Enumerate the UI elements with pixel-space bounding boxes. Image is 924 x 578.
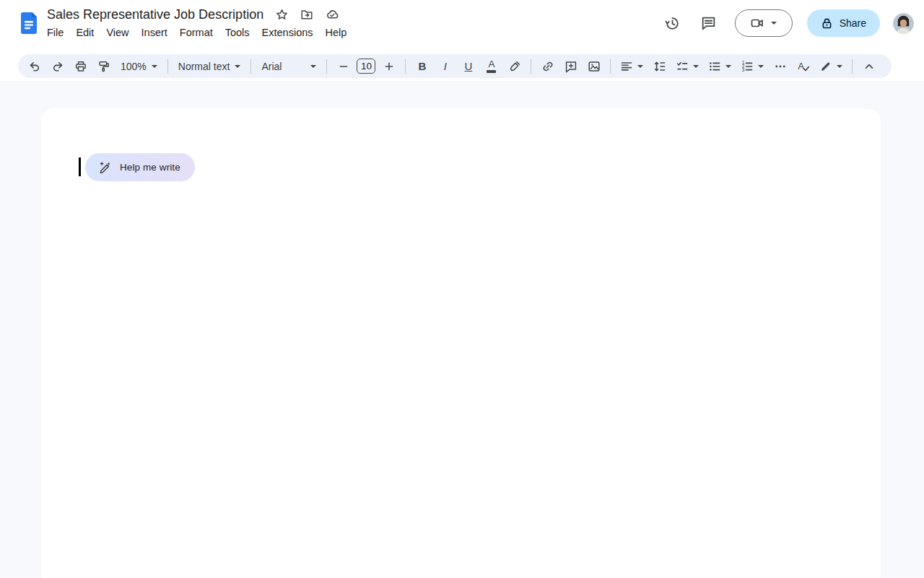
menu-edit[interactable]: Edit	[76, 25, 94, 40]
undo-button[interactable]	[25, 57, 44, 76]
redo-icon	[51, 60, 64, 73]
paragraph-style-select[interactable]: Normal text	[175, 57, 245, 76]
print-button[interactable]	[71, 57, 90, 76]
avatar[interactable]	[893, 13, 914, 34]
topbar: Sales Representative Job Description	[0, 0, 924, 46]
version-history-icon	[664, 15, 681, 32]
toolbar-divider	[250, 59, 251, 74]
add-comment-button[interactable]	[561, 57, 580, 76]
checklist-icon	[676, 60, 689, 73]
chevron-down-icon	[693, 65, 699, 68]
font-size-input[interactable]: 10	[357, 59, 375, 74]
print-icon	[74, 60, 87, 73]
increase-font-size-button[interactable]	[379, 57, 398, 76]
title-block: Sales Representative Job Description	[47, 6, 346, 40]
underline-button[interactable]: U	[458, 57, 478, 76]
menubar: File Edit View Insert Format Tools Exten…	[47, 25, 346, 40]
hide-menus-button[interactable]	[859, 57, 879, 76]
bold-button[interactable]: B	[412, 57, 432, 76]
plus-icon	[383, 61, 395, 72]
version-history-button[interactable]	[658, 9, 687, 38]
line-spacing-icon	[653, 60, 666, 73]
underline-glyph: U	[464, 60, 472, 72]
toolbar-divider	[531, 59, 531, 74]
comment-add-icon	[565, 60, 578, 73]
link-icon	[541, 60, 554, 73]
paragraph-style-value: Normal text	[178, 61, 230, 72]
toolbar-divider	[167, 59, 168, 74]
document-page[interactable]: Help me write	[41, 108, 881, 578]
chevron-up-icon	[863, 60, 876, 73]
highlighter-icon	[508, 60, 521, 73]
bold-glyph: B	[418, 60, 426, 72]
font-family-value: Arial	[261, 61, 282, 72]
menu-format[interactable]: Format	[180, 25, 213, 40]
google-docs-logo[interactable]	[17, 11, 41, 35]
menu-file[interactable]: File	[47, 25, 64, 40]
star-icon	[276, 9, 288, 21]
toolbar-wrap: 100% Normal text Arial 10 B I U A	[0, 46, 924, 81]
text-color-button[interactable]: A	[481, 57, 501, 76]
text-cursor	[79, 158, 81, 176]
help-me-write-label: Help me write	[120, 162, 180, 173]
toolbar-divider	[405, 59, 406, 74]
svg-text:3: 3	[742, 67, 745, 72]
chevron-down-icon	[771, 22, 777, 25]
editing-mode-button[interactable]	[816, 57, 845, 76]
magic-pencil-icon	[98, 160, 113, 175]
toolbar: 100% Normal text Arial 10 B I U A	[18, 54, 892, 78]
align-button[interactable]	[617, 57, 646, 76]
paint-roller-icon	[97, 60, 110, 73]
topbar-actions: Share	[658, 9, 914, 38]
spelling-grammar-check-button[interactable]: A	[793, 57, 813, 76]
document-status-button[interactable]	[325, 7, 339, 22]
decrease-font-size-button[interactable]	[334, 57, 353, 76]
chevron-down-icon	[725, 65, 731, 68]
redo-button[interactable]	[48, 57, 67, 76]
paint-format-button[interactable]	[94, 57, 113, 76]
menu-tools[interactable]: Tools	[225, 25, 250, 40]
checklist-button[interactable]	[673, 57, 702, 76]
svg-text:A: A	[798, 61, 805, 72]
numbered-list-icon: 1 2 3	[741, 60, 754, 73]
more-options-button[interactable]	[770, 57, 790, 76]
menu-insert[interactable]: Insert	[141, 25, 167, 40]
minus-icon	[338, 61, 349, 72]
cloud-saved-icon	[326, 8, 339, 22]
menu-view[interactable]: View	[106, 25, 128, 40]
profile-photo	[893, 13, 914, 34]
chevron-down-icon	[837, 65, 842, 68]
folder-move-icon	[300, 8, 313, 21]
star-button[interactable]	[274, 7, 289, 22]
line-spacing-button[interactable]	[650, 57, 669, 76]
move-to-folder-button[interactable]	[300, 7, 314, 22]
toolbar-divider	[326, 59, 327, 74]
insert-link-button[interactable]	[538, 57, 557, 76]
italic-button[interactable]: I	[435, 57, 455, 76]
bulleted-list-icon	[708, 60, 721, 73]
menu-extensions[interactable]: Extensions	[262, 25, 313, 40]
video-camera-icon	[750, 16, 764, 30]
docs-file-icon	[17, 11, 41, 35]
document-canvas: Help me write	[0, 81, 924, 578]
highlight-color-button[interactable]	[505, 57, 524, 76]
image-icon	[588, 60, 601, 73]
zoom-select[interactable]: 100%	[117, 57, 161, 76]
bulleted-list-button[interactable]	[705, 57, 734, 76]
menu-help[interactable]: Help	[326, 25, 347, 40]
comments-button[interactable]	[694, 9, 723, 38]
font-family-select[interactable]: Arial	[258, 57, 320, 76]
align-left-icon	[620, 60, 633, 73]
chevron-down-icon	[758, 65, 764, 68]
italic-glyph: I	[443, 60, 448, 72]
document-title[interactable]: Sales Representative Job Description	[47, 7, 263, 22]
undo-icon	[28, 60, 41, 73]
share-button[interactable]: Share	[807, 9, 880, 37]
video-call-button[interactable]	[735, 9, 793, 37]
chevron-down-icon	[637, 65, 643, 68]
help-me-write-button[interactable]: Help me write	[85, 153, 195, 181]
insert-image-button[interactable]	[584, 57, 603, 76]
zoom-value: 100%	[121, 61, 147, 72]
ellipsis-icon	[774, 60, 787, 73]
numbered-list-button[interactable]: 1 2 3	[738, 57, 767, 76]
